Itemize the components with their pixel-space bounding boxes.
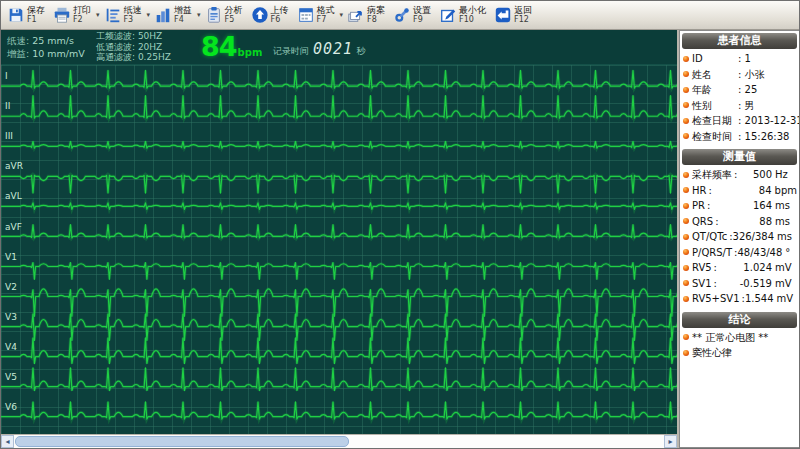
bullet-icon xyxy=(683,118,689,124)
bullet-icon xyxy=(683,172,689,178)
toolbar-button-label: 返回 xyxy=(514,6,532,15)
heart-rate-display: 84bpm xyxy=(201,31,262,62)
measurement-label: RV5+SV1 xyxy=(692,291,740,307)
conclusion-item: 窦性心律 xyxy=(683,345,797,361)
measurement-label: PR xyxy=(692,198,705,214)
patient-field-value: : 男 xyxy=(738,98,755,114)
patient-field-label: 检查时间 xyxy=(692,129,738,145)
patient-info-row: ID: 1 xyxy=(683,51,797,67)
toolbar-button-f4[interactable]: 增益F4 xyxy=(151,3,197,27)
measurement-row: 采样频率:500Hz xyxy=(683,167,797,183)
patient-field-label: ID xyxy=(692,51,738,67)
back-arrow-icon xyxy=(494,6,512,24)
conclusion-body: ** 正常心电图 **窦性心律 xyxy=(680,328,799,364)
lead-label-V2: V2 xyxy=(5,282,17,292)
toolbar-button-f10[interactable]: 最小化F10 xyxy=(436,3,491,27)
scrollbar-track[interactable] xyxy=(14,435,664,448)
lead-label-aVL: aVL xyxy=(5,192,22,202)
conclusion-text: ** 正常心电图 ** xyxy=(692,330,768,346)
patient-field-value: : 1 xyxy=(738,51,751,67)
toolbar-button-fkey: F3 xyxy=(124,16,142,24)
toolbar-button-f12[interactable]: 返回F12 xyxy=(491,3,537,27)
ecg-trace-V6 xyxy=(1,402,677,419)
measurement-row: QRS:88ms xyxy=(683,214,797,230)
toolbar-button-fkey: F7 xyxy=(317,16,335,24)
ecg-waveform-chart[interactable]: IIIIIIaVRaVLaVFV1V2V3V4V5V6 xyxy=(1,65,677,434)
toolbar-button-f2[interactable]: 打印F2 xyxy=(50,3,96,27)
toolbar-button-f6[interactable]: 上传F6 xyxy=(248,3,294,27)
measurement-unit: Hz xyxy=(775,167,797,183)
measurement-unit: ms xyxy=(777,229,799,245)
toolbar-button-fkey: F9 xyxy=(413,16,431,24)
filter-settings: 工频滤波: 50HZ低通滤波: 20HZ高通滤波: 0.25HZ xyxy=(96,31,171,63)
measurement-value: 326/384 xyxy=(733,229,775,245)
patient-field-value: : 2013-12-31 xyxy=(738,113,799,129)
toolbar-button-f3[interactable]: 纸速F3 xyxy=(101,3,147,27)
ecg-trace-glow-V2 xyxy=(1,289,677,316)
save-floppy-icon xyxy=(7,6,25,24)
paper-speed-value: 25 mm/s xyxy=(32,35,74,46)
measurements-header: 测量值 xyxy=(682,149,797,165)
record-time-unit: 秒 xyxy=(356,46,365,56)
ecg-trace-glow-V1 xyxy=(1,263,677,280)
ecg-area: 纸速: 25 mm/s 增益: 10 mm/mV 工频滤波: 50HZ低通滤波:… xyxy=(1,30,679,448)
measurement-label: HR xyxy=(692,183,706,199)
ecg-trace-glow-III xyxy=(1,141,677,148)
heart-rate-unit: bpm xyxy=(238,47,263,58)
toolbar-button-label: 保存 xyxy=(27,6,45,15)
patient-info-row: 年龄: 25 xyxy=(683,82,797,98)
gain-bars-icon xyxy=(154,6,172,24)
measurement-value: 1.544 xyxy=(745,291,774,307)
bullet-icon xyxy=(683,334,689,340)
conclusion-item: ** 正常心电图 ** xyxy=(683,330,797,346)
scrollbar-right-arrow-icon[interactable]: ▸ xyxy=(664,435,677,448)
lead-label-V5: V5 xyxy=(5,372,17,382)
ecg-status-bar: 纸速: 25 mm/s 增益: 10 mm/mV 工频滤波: 50HZ低通滤波:… xyxy=(1,30,677,65)
dropdown-arrow-icon[interactable]: ▾ xyxy=(340,11,344,19)
ecg-trace-V4 xyxy=(1,338,677,364)
toolbar-button-label: 病案 xyxy=(367,6,385,15)
scrollbar-left-arrow-icon[interactable]: ◂ xyxy=(1,435,14,448)
toolbar-button-fkey: F1 xyxy=(27,16,45,24)
side-panel: 患者信息 ID: 1姓名: 小张年龄: 25性别: 男检查日期: 2013-12… xyxy=(679,30,799,448)
measurement-row: SV1:-0.519mV xyxy=(683,276,797,292)
heart-rate-value: 84 xyxy=(201,31,237,62)
measurement-value: 88 xyxy=(719,214,772,230)
dropdown-arrow-icon[interactable]: ▾ xyxy=(197,11,201,19)
scrollbar-thumb[interactable] xyxy=(15,436,349,447)
filter-row: 工频滤波: 50HZ xyxy=(96,31,171,42)
lead-label-II: II xyxy=(5,101,10,111)
measurement-value: 500 xyxy=(737,167,772,183)
minimize-edit-icon xyxy=(439,6,457,24)
measurements-body: 采样频率:500HzHR:84bpmPR:164msQRS:88msQT/QTc… xyxy=(680,165,799,310)
bullet-icon xyxy=(683,133,689,139)
toolbar-button-f1[interactable]: 保存F1 xyxy=(4,3,50,27)
patient-field-label: 性别 xyxy=(692,98,738,114)
measurement-value: 164 xyxy=(710,198,772,214)
lead-label-I: I xyxy=(5,71,8,81)
patient-field-value: : 小张 xyxy=(738,67,765,83)
toolbar-button-label: 上传 xyxy=(271,6,289,15)
record-time-value: 0021 xyxy=(313,40,353,58)
measurement-value: 1.024 xyxy=(717,260,772,276)
dropdown-arrow-icon[interactable]: ▾ xyxy=(147,11,151,19)
bullet-icon xyxy=(683,102,689,108)
ecg-trace-aVF xyxy=(1,225,677,238)
toolbar-button-f8[interactable]: 病案F8 xyxy=(344,3,390,27)
measurement-row: HR:84bpm xyxy=(683,183,797,199)
filter-row: 高通滤波: 0.25HZ xyxy=(96,52,171,63)
patient-info-header: 患者信息 xyxy=(682,33,797,49)
toolbar-button-f7[interactable]: 格式F7 xyxy=(294,3,340,27)
measurement-row: P/QRS/T:48/43/48° xyxy=(683,245,797,261)
toolbar-button-fkey: F6 xyxy=(271,16,289,24)
measurement-row: RV5:1.024mV xyxy=(683,260,797,276)
measurement-unit: ° xyxy=(785,245,799,261)
patient-info-row: 检查日期: 2013-12-31 xyxy=(683,113,797,129)
toolbar-button-f5[interactable]: 分析F5 xyxy=(202,3,248,27)
dropdown-arrow-icon[interactable]: ▾ xyxy=(96,11,100,19)
ecg-trace-aVL xyxy=(1,203,677,209)
toolbar-button-f9[interactable]: 设置F9 xyxy=(390,3,436,27)
toolbar-button-fkey: F10 xyxy=(459,16,486,24)
measurement-label: QRS xyxy=(692,214,713,230)
toolbar-button-fkey: F12 xyxy=(514,16,532,24)
